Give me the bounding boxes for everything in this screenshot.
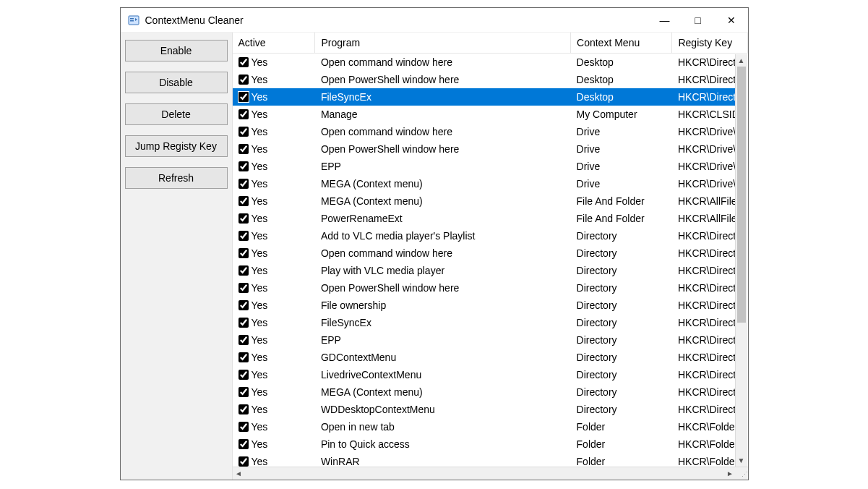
horizontal-scrollbar[interactable]: ◄ ► ⋰	[233, 467, 748, 480]
cell-context: Directory	[571, 279, 672, 297]
cell-context: Drive	[571, 158, 672, 175]
row-checkbox[interactable]	[239, 231, 249, 241]
table-row[interactable]: YesLivedriveContextMenuDirectoryHKCR\Dir…	[233, 366, 748, 383]
resize-grip-icon[interactable]: ⋰	[736, 467, 748, 480]
row-checkbox[interactable]	[239, 335, 249, 345]
cell-active: Yes	[233, 314, 315, 331]
scroll-left-icon[interactable]: ◄	[233, 467, 245, 480]
scroll-right-icon[interactable]: ►	[724, 467, 736, 480]
row-checkbox[interactable]	[239, 352, 249, 362]
active-value: Yes	[252, 384, 268, 400]
table-row[interactable]: YesOpen PowerShell window hereDirectoryH…	[233, 279, 748, 297]
refresh-button[interactable]: Refresh	[125, 167, 228, 189]
cell-context: Desktop	[571, 88, 672, 106]
column-header-regkey[interactable]: Registy Key	[672, 33, 747, 54]
table-row[interactable]: YesOpen command window hereDriveHKCR\Dri…	[233, 123, 748, 140]
scroll-up-icon[interactable]: ▲	[736, 54, 747, 67]
cell-context: File And Folder	[571, 192, 672, 210]
row-checkbox[interactable]	[239, 57, 249, 67]
table-row[interactable]: YesAdd to VLC media player's PlaylistDir…	[233, 227, 748, 244]
table-row[interactable]: YesManageMy ComputerHKCR\CLSID	[233, 106, 748, 123]
table-row[interactable]: YesGDContextMenuDirectoryHKCR\Directo	[233, 349, 748, 366]
table-row[interactable]: Yes FileSyncExDesktopHKCR\Directo	[233, 88, 748, 106]
cell-context: Directory	[571, 297, 672, 314]
table-row[interactable]: Yes FileSyncExDirectoryHKCR\Directo	[233, 314, 748, 331]
svg-rect-2	[130, 20, 134, 22]
cell-program: Open command window here	[315, 244, 571, 262]
row-checkbox[interactable]	[239, 248, 249, 258]
context-menu-table: Active Program Context Menu Registy Key …	[233, 33, 748, 470]
table-row[interactable]: YesOpen command window hereDirectoryHKCR…	[233, 244, 748, 262]
active-value: Yes	[252, 436, 268, 452]
table-row[interactable]: YesMEGA (Context menu)DirectoryHKCR\Dire…	[233, 383, 748, 401]
row-checkbox[interactable]	[239, 283, 249, 293]
jump-registry-key-button[interactable]: Jump Registy Key	[125, 135, 228, 157]
cell-program: MEGA (Context menu)	[315, 383, 571, 401]
table-row[interactable]: YesMEGA (Context menu)DriveHKCR\Drive\	[233, 175, 748, 192]
table-row[interactable]: YesEPPDriveHKCR\Drive\	[233, 158, 748, 175]
table-row[interactable]: YesPin to Quick accessFolderHKCR\Folder	[233, 435, 748, 453]
minimize-button[interactable]: —	[648, 8, 682, 33]
cell-context: Desktop	[571, 71, 672, 88]
scroll-thumb-vertical[interactable]	[737, 67, 746, 323]
table-row[interactable]: YesOpen in new tabFolderHKCR\Folder	[233, 418, 748, 435]
cell-context: Drive	[571, 140, 672, 158]
table-row[interactable]: YesMEGA (Context menu)File And FolderHKC…	[233, 192, 748, 210]
cell-active: Yes	[233, 227, 315, 244]
row-checkbox[interactable]	[239, 422, 249, 432]
row-checkbox[interactable]	[239, 318, 249, 328]
column-header-active[interactable]: Active	[233, 33, 315, 54]
cell-program: FileSyncEx	[315, 314, 571, 331]
row-checkbox[interactable]	[239, 370, 249, 380]
row-checkbox[interactable]	[239, 179, 249, 189]
row-checkbox[interactable]	[239, 387, 249, 397]
row-checkbox[interactable]	[239, 127, 249, 137]
cell-active: Yes	[233, 279, 315, 297]
cell-program: Open in new tab	[315, 418, 571, 435]
column-header-context[interactable]: Context Menu	[571, 33, 672, 54]
row-checkbox[interactable]	[239, 109, 249, 119]
row-checkbox[interactable]	[239, 439, 249, 449]
cell-active: Yes	[233, 175, 315, 192]
row-checkbox[interactable]	[239, 92, 249, 102]
scroll-down-icon[interactable]: ▼	[736, 454, 747, 467]
table-row[interactable]: YesWDDesktopContextMenuDirectoryHKCR\Dir…	[233, 401, 748, 418]
disable-button[interactable]: Disable	[125, 72, 228, 93]
cell-active: Yes	[233, 418, 315, 435]
row-checkbox[interactable]	[239, 144, 249, 154]
delete-button[interactable]: Delete	[125, 103, 228, 125]
table-row[interactable]: YesEPPDirectoryHKCR\Directo	[233, 331, 748, 349]
row-checkbox[interactable]	[239, 404, 249, 414]
cell-active: Yes	[233, 210, 315, 227]
titlebar[interactable]: ContextMenu Cleaner — □ ✕	[121, 8, 748, 33]
scroll-track-horizontal[interactable]	[245, 467, 724, 480]
row-checkbox[interactable]	[239, 265, 249, 276]
close-button[interactable]: ✕	[715, 8, 748, 33]
table-row[interactable]: YesOpen command window hereDesktopHKCR\D…	[233, 54, 748, 72]
row-checkbox[interactable]	[239, 213, 249, 224]
table-row[interactable]: YesPowerRenameExtFile And FolderHKCR\All…	[233, 210, 748, 227]
cell-context: Folder	[571, 435, 672, 453]
row-checkbox[interactable]	[239, 196, 249, 206]
table-row[interactable]: YesFile ownershipDirectoryHKCR\Directo	[233, 297, 748, 314]
cell-program: Open command window here	[315, 54, 571, 72]
cell-context: Directory	[571, 383, 672, 401]
table-row[interactable]: YesOpen PowerShell window hereDriveHKCR\…	[233, 140, 748, 158]
table-row[interactable]: YesOpen PowerShell window hereDesktopHKC…	[233, 71, 748, 88]
vertical-scrollbar[interactable]: ▲ ▼	[735, 54, 747, 467]
row-checkbox[interactable]	[239, 456, 249, 467]
row-checkbox[interactable]	[239, 75, 249, 85]
row-checkbox[interactable]	[239, 161, 249, 171]
table-row[interactable]: YesPlay with VLC media playerDirectoryHK…	[233, 262, 748, 279]
enable-button[interactable]: Enable	[125, 40, 228, 61]
scroll-track-vertical[interactable]	[736, 67, 747, 454]
maximize-button[interactable]: □	[682, 8, 715, 33]
cell-context: Directory	[571, 244, 672, 262]
cell-active: Yes	[233, 383, 315, 401]
cell-context: My Computer	[571, 106, 672, 123]
cell-active: Yes	[233, 366, 315, 383]
column-header-program[interactable]: Program	[315, 33, 571, 54]
maximize-icon: □	[695, 14, 700, 26]
cell-context: Directory	[571, 331, 672, 349]
row-checkbox[interactable]	[239, 300, 249, 310]
